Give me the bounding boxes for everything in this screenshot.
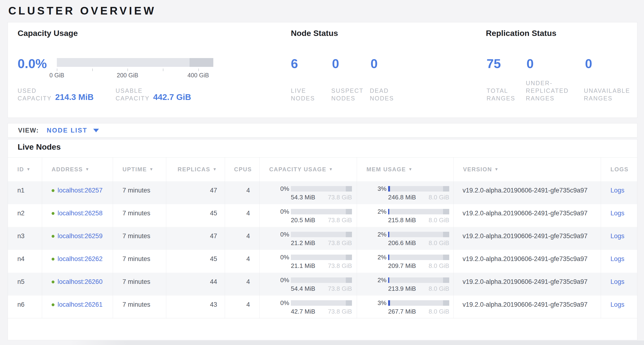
- used-capacity-label: USED CAPACITY: [18, 87, 54, 102]
- node-address-link[interactable]: localhost:26262: [58, 255, 102, 262]
- capacity-usage-bar-reserved: [346, 186, 352, 192]
- capacity-usage-total-value: 73.8 GiB: [328, 308, 352, 315]
- column-header-label: REPLICAS: [178, 166, 210, 173]
- cell-logs: Logs: [601, 227, 637, 250]
- column-header-version[interactable]: VERSION▼: [454, 158, 601, 181]
- cell-cpus: 4: [225, 295, 260, 318]
- mem-usage-bar-used: [388, 300, 390, 306]
- sort-caret-icon: ▼: [85, 167, 90, 172]
- cell-uptime: 7 minutes: [113, 273, 166, 295]
- mem-usage-bar-used: [388, 209, 389, 214]
- column-header-id[interactable]: ID▼: [8, 158, 42, 181]
- cell-address: localhost:26260: [42, 273, 113, 295]
- mem-usage-used-value: 209.7 MiB: [388, 262, 416, 270]
- logs-link[interactable]: Logs: [610, 301, 624, 308]
- capacity-usage-bar: [291, 300, 352, 306]
- column-header-replicas[interactable]: REPLICAS▼: [166, 158, 225, 181]
- healthy-status-dot-icon: [52, 280, 54, 283]
- capacity-usage-percent: 0%: [260, 208, 289, 215]
- used-capacity-value: 214.3 MiB: [55, 92, 94, 102]
- column-header-logs: LOGS: [601, 158, 637, 181]
- under-replicated-ranges-count: 0: [526, 56, 534, 71]
- logs-link[interactable]: Logs: [610, 210, 624, 217]
- capacity-usage-percent: 0%: [260, 185, 289, 192]
- mem-usage-bar-reserved: [443, 300, 449, 306]
- live-nodes-count: 6: [291, 56, 298, 71]
- under-replicated-ranges-label: UNDER-REPLICATED RANGES: [526, 79, 573, 102]
- cell-uptime: 7 minutes: [113, 295, 166, 318]
- logs-link[interactable]: Logs: [610, 255, 624, 262]
- table-row-n2: n2localhost:262587 minutes4540%20.5 MiB7…: [8, 204, 637, 227]
- column-header-address[interactable]: ADDRESS▼: [42, 158, 113, 181]
- cell-capacity-usage: 0%54.3 MiB73.8 GiB: [260, 181, 357, 204]
- view-label: VIEW:: [18, 127, 39, 134]
- sort-caret-icon: ▼: [329, 167, 333, 172]
- cell-version: v19.2.0-alpha.20190606-2491-gfe735c9a97: [454, 273, 601, 295]
- mem-usage-bar: [388, 255, 449, 260]
- axis-tick: [198, 69, 199, 71]
- table-header-row: ID▼ADDRESS▼UPTIME▼REPLICAS▼CPUSCAPACITY …: [8, 158, 637, 181]
- table-row-n1: n1localhost:262577 minutes4740%54.3 MiB7…: [8, 181, 637, 204]
- column-header-uptime[interactable]: UPTIME▼: [113, 158, 166, 181]
- mem-usage-percent: 2%: [357, 208, 386, 215]
- suspect-nodes-count: 0: [332, 56, 339, 71]
- cell-mem-usage: 2%206.6 MiB8.0 GiB: [357, 227, 454, 250]
- logs-link[interactable]: Logs: [610, 232, 624, 240]
- bottom-shadow: [70, 340, 644, 345]
- node-address-link[interactable]: localhost:26257: [58, 187, 102, 194]
- column-header-memory[interactable]: MEM USAGE▼: [357, 158, 454, 181]
- node-address-link[interactable]: localhost:26259: [58, 232, 102, 240]
- capacity-usage-total-value: 73.8 GiB: [328, 285, 352, 292]
- node-address-link[interactable]: localhost:26258: [58, 210, 102, 217]
- axis-tick: [128, 69, 128, 71]
- capacity-used-percent: 0.0%: [18, 56, 47, 71]
- page-title: CLUSTER OVERVIEW: [8, 4, 156, 17]
- cell-node-id: n4: [8, 250, 42, 273]
- mem-usage-bar-reserved: [443, 186, 449, 192]
- node-address-link[interactable]: localhost:26261: [58, 301, 102, 308]
- table-body: n1localhost:262577 minutes4740%54.3 MiB7…: [8, 181, 637, 318]
- cell-node-id: n3: [8, 227, 42, 250]
- cell-cpus: 4: [225, 181, 260, 204]
- mem-usage-total-value: 8.0 GiB: [428, 262, 449, 270]
- suspect-nodes-label: SUSPECT NODES: [331, 87, 368, 102]
- sort-caret-icon: ▼: [408, 167, 413, 172]
- mem-usage-total-value: 8.0 GiB: [428, 216, 449, 224]
- mem-usage-percent: 2%: [357, 253, 386, 261]
- cell-replicas: 43: [166, 295, 225, 318]
- axis-tick: [92, 69, 93, 71]
- mem-usage-used-value: 267.7 MiB: [388, 308, 416, 315]
- cell-replicas: 47: [166, 181, 225, 204]
- column-header-label: VERSION: [463, 166, 492, 173]
- view-dropdown[interactable]: NODE LIST: [47, 127, 88, 134]
- mem-usage-percent: 2%: [357, 231, 386, 238]
- cell-capacity-usage: 0%42.7 MiB73.8 GiB: [260, 295, 357, 318]
- logs-link[interactable]: Logs: [610, 278, 624, 285]
- cell-replicas: 45: [166, 250, 225, 273]
- table-row-n4: n4localhost:262627 minutes4540%21.1 MiB7…: [8, 250, 637, 273]
- mem-usage-bar: [388, 186, 449, 192]
- node-status-title: Node Status: [291, 29, 338, 38]
- live-nodes-label: LIVE NODES: [291, 87, 328, 102]
- column-header-label: CPUS: [234, 166, 252, 173]
- chevron-down-icon[interactable]: [93, 129, 99, 132]
- capacity-usage-bar: [291, 209, 352, 214]
- column-header-capacity[interactable]: CAPACITY USAGE▼: [260, 158, 357, 181]
- mem-usage-bar: [388, 300, 449, 306]
- mem-usage-percent: 3%: [357, 185, 386, 192]
- total-ranges-count: 75: [486, 56, 501, 71]
- mem-usage-bar: [388, 277, 449, 283]
- cell-address: localhost:26259: [42, 227, 113, 250]
- cell-mem-usage: 3%246.8 MiB8.0 GiB: [357, 181, 454, 204]
- capacity-usage-used-value: 21.1 MiB: [291, 262, 315, 270]
- logs-link[interactable]: Logs: [610, 187, 624, 194]
- cell-mem-usage: 3%267.7 MiB8.0 GiB: [357, 295, 454, 318]
- node-address-link[interactable]: localhost:26260: [58, 278, 102, 285]
- cell-uptime: 7 minutes: [113, 250, 166, 273]
- mem-usage-bar-reserved: [443, 255, 449, 260]
- capacity-usage-title: Capacity Usage: [18, 29, 78, 38]
- mem-usage-used-value: 215.8 MiB: [388, 216, 416, 224]
- cell-version: v19.2.0-alpha.20190606-2491-gfe735c9a97: [454, 204, 601, 227]
- cell-version: v19.2.0-alpha.20190606-2491-gfe735c9a97: [454, 295, 601, 318]
- usable-capacity-value: 442.7 GiB: [153, 92, 191, 102]
